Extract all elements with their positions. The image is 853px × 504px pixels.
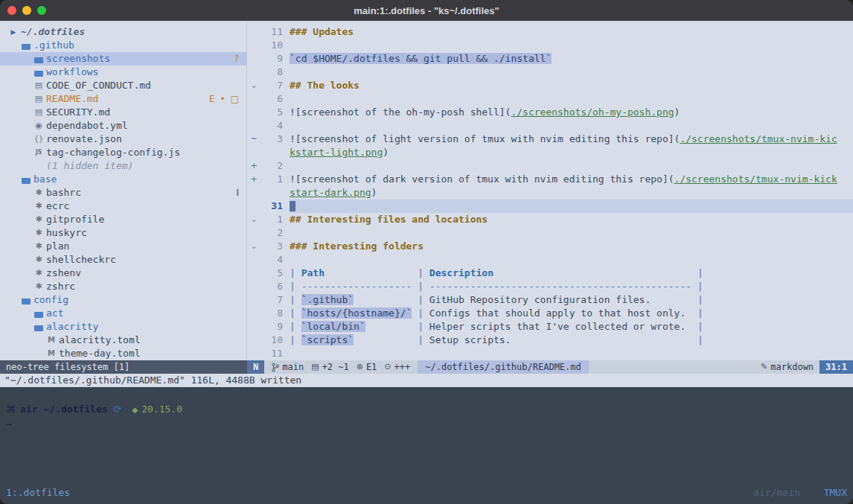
tree-item-label: renovate.json (46, 133, 122, 146)
tree-item-huskyrc[interactable]: ✱huskyrc (0, 226, 246, 240)
editor-line[interactable]: 11 (247, 347, 853, 360)
tree-item-1hiddenitem[interactable]: (1 hidden item) (0, 159, 246, 173)
status-badge: E (209, 92, 215, 106)
text-segment: | (697, 267, 703, 278)
tree-item-label: base (33, 173, 57, 186)
editor-line[interactable]: 7| `.github` | GitHub Repository configu… (247, 293, 853, 307)
tree-item-act[interactable]: act (0, 307, 246, 320)
tree-item-theme-day.toml[interactable]: Mtheme-day.toml (0, 347, 246, 360)
status-badge: □ (231, 92, 239, 106)
text-segment: `hosts/{hostname}/` (301, 307, 412, 319)
folder-icon (33, 55, 45, 63)
tree-item-label: plan (46, 240, 69, 253)
editor-line[interactable]: ⌄7## The looks (247, 79, 853, 92)
tree-item-screenshots[interactable]: screenshots? (0, 52, 246, 66)
toml-icon: M (45, 347, 57, 360)
editor-line[interactable]: 8| `hosts/{hostname}/` | Configs that sh… (247, 307, 853, 320)
line-number: 31 (261, 200, 283, 213)
tree-item-base[interactable]: base (0, 173, 246, 186)
line-text (290, 39, 853, 52)
line-text (290, 347, 853, 360)
editor-line[interactable]: 2 (247, 226, 853, 240)
tree-item-renovate.json[interactable]: {}renovate.json (0, 133, 246, 146)
doc-icon: ▤ (33, 92, 45, 106)
editor-line[interactable]: kstart-light.png) (247, 146, 853, 159)
text-segment: ### Updates (290, 26, 354, 37)
line-number: 7 (261, 293, 283, 307)
gutter-spacer (247, 106, 261, 119)
tree-item-CODE_OF_CONDUCT.md[interactable]: ▤CODE_OF_CONDUCT.md (0, 79, 246, 92)
tree-item-zshrc[interactable]: ✱zshrc (0, 280, 246, 293)
text-segment (325, 267, 418, 278)
prompt-arrow: → (6, 417, 853, 431)
tree-item-plan[interactable]: ✱plan (0, 240, 246, 253)
line-text: | Path | Description | (290, 267, 853, 280)
tree-item-ecrc[interactable]: ✱ecrc (0, 200, 246, 213)
zoom-button[interactable] (37, 6, 46, 15)
minimize-button[interactable] (22, 6, 31, 15)
editor-line[interactable]: 4 (247, 253, 853, 267)
config-icon: ✱ (33, 240, 45, 253)
tree-item-alacritty.toml[interactable]: Malacritty.toml (0, 334, 246, 347)
editor-line[interactable]: 9`cd $HOME/.dotfiles && git pull && ./in… (247, 52, 853, 66)
editor-line[interactable]: 10 (247, 39, 853, 52)
editor-line[interactable]: 4 (247, 119, 853, 133)
gutter-spacer (247, 307, 261, 320)
line-number: 11 (261, 25, 283, 39)
text-segment: ![screenshot of dark version of tmux wit… (290, 173, 674, 185)
tree-item-gitprofile[interactable]: ✱gitprofile (0, 213, 246, 226)
tree-item-zshenv[interactable]: ✱zshenv (0, 267, 246, 280)
shell-area[interactable]: ⌘air~/.dotfiles⟳◆20.15.0 → 1:.dotfiles a… (0, 387, 853, 504)
line-number: 9 (261, 52, 283, 66)
editor-line[interactable]: start-dark.png) (247, 186, 853, 200)
editor-line[interactable]: 5![screenshot of the oh-my-posh shell](.… (247, 106, 853, 119)
tree-item-label: tag-changelog-config.js (46, 146, 180, 159)
tree-item-bashrc[interactable]: ✱bashrcI (0, 186, 246, 200)
text-segment (493, 267, 697, 278)
editor-line[interactable]: 9| `local/bin` | Helper scripts that I'v… (247, 320, 853, 334)
tree-item-dependabot.yml[interactable]: ◉dependabot.yml (0, 119, 246, 133)
tree-item-tag-changelog-config.js[interactable]: JStag-changelog-config.js (0, 146, 246, 159)
text-segment: ./screenshots/tmux-nvim-kick (674, 173, 837, 185)
tree-item-README.md[interactable]: ▤README.mdE•□ (0, 92, 246, 106)
neotree-panel[interactable]: ▶~/.dotfiles.githubscreenshots?workflows… (0, 21, 247, 360)
editor-line[interactable]: 6| ------------------- | ---------------… (247, 280, 853, 293)
tree-item-.github[interactable]: .github (0, 39, 246, 52)
editor-panel[interactable]: 11### Updates109`cd $HOME/.dotfiles && g… (247, 21, 853, 360)
editor-line[interactable]: 6 (247, 92, 853, 106)
toml-icon: M (45, 334, 57, 347)
text-segment (365, 321, 418, 332)
editor-line[interactable]: 8 (247, 66, 853, 79)
editor-line[interactable]: 31 (247, 200, 853, 213)
tree-item-label: gitprofile (46, 213, 104, 226)
terminal-window: main:1:.dotfiles - "ks~/.dotfiles" ▶~/.d… (0, 0, 853, 504)
close-button[interactable] (7, 6, 16, 15)
editor-line[interactable]: ⌄3### Interesting folders (247, 240, 853, 253)
tmux-window-name[interactable]: 1:.dotfiles (6, 485, 70, 504)
editor-line[interactable]: 11### Updates (247, 25, 853, 39)
tree-item-SECURITY.md[interactable]: ▤SECURITY.md (0, 106, 246, 119)
text-segment: ./screenshots/tmux-nvim-kic (680, 133, 837, 144)
text-segment: Setup scripts. (429, 334, 511, 345)
line-number: 2 (261, 226, 283, 240)
extra-status: ⊙ +++ (384, 360, 410, 374)
tree-item-alacritty[interactable]: alacritty (0, 320, 246, 334)
gutter-spacer (247, 25, 261, 39)
editor-line[interactable]: ⌄1## Interesting files and locations (247, 213, 853, 226)
editor-line[interactable]: +2 (247, 159, 853, 173)
prompt-path: ~/.dotfiles (43, 403, 107, 415)
tree-item-~.dotfiles[interactable]: ▶~/.dotfiles (0, 25, 246, 39)
editor-line[interactable]: 5| Path | Description | (247, 267, 853, 280)
tree-item-workflows[interactable]: workflows (0, 66, 246, 79)
editor-line[interactable]: 10| `scripts` | Setup scripts. | (247, 334, 853, 347)
editor-line[interactable]: +1![screenshot of dark version of tmux w… (247, 173, 853, 186)
tree-item-shellcheckrc[interactable]: ✱shellcheckrc (0, 253, 246, 267)
text-segment: Helper scripts that I've collected or wr… (429, 321, 686, 332)
text-segment: | (697, 334, 703, 345)
line-number: 4 (261, 253, 283, 267)
branch-name: main (282, 360, 304, 374)
editor-line[interactable]: ~3![screenshot of light version of tmux … (247, 133, 853, 146)
tree-item-config[interactable]: config (0, 293, 246, 307)
gutter-spacer (247, 293, 261, 307)
tree-item-label: .github (33, 39, 74, 52)
